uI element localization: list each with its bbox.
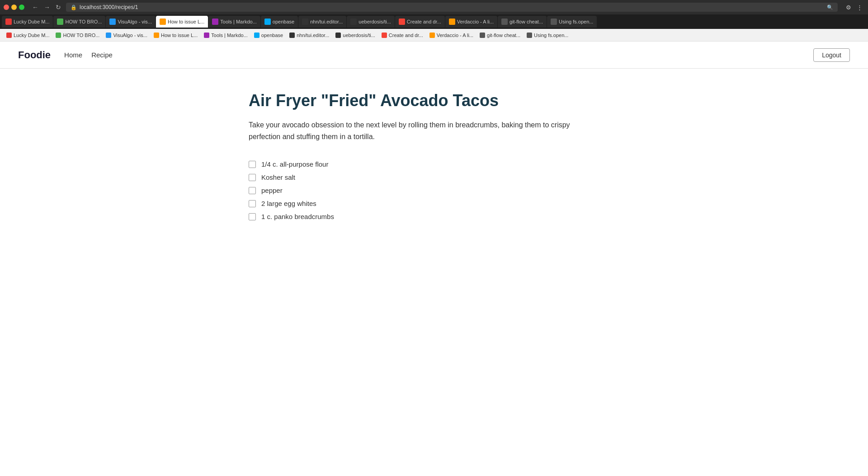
- bookmark-6[interactable]: openbase: [251, 32, 286, 39]
- forward-button[interactable]: →: [42, 3, 52, 12]
- ingredient-item-0: 1/4 c. all-purpose flour: [249, 160, 619, 168]
- ingredient-checkbox-0[interactable]: [249, 161, 256, 168]
- ingredient-checkbox-2[interactable]: [249, 187, 256, 194]
- bm-favicon-11: [480, 33, 485, 38]
- bm-label-7: nhn/tui.editor...: [297, 33, 329, 38]
- recipe-title: Air Fryer "Fried" Avocado Tacos: [249, 91, 619, 110]
- tab-favicon-10: [449, 19, 455, 25]
- lock-icon: 🔒: [71, 5, 77, 10]
- bm-label-6: openbase: [261, 33, 283, 38]
- tab-12[interactable]: Using fs.open...: [547, 16, 597, 28]
- back-button[interactable]: ←: [30, 3, 41, 12]
- title-bar: ← → ↻ 🔒 🔍 ⚙ ⋮: [0, 0, 868, 14]
- nav-link-home[interactable]: Home: [64, 51, 82, 59]
- bm-label-11: git-flow cheat...: [487, 33, 520, 38]
- tab-label-4: How to issue L...: [168, 19, 204, 24]
- tab-label-11: git-flow cheat...: [509, 19, 543, 24]
- ingredient-label-3: 2 large egg whites: [261, 200, 316, 207]
- nav-link-recipe[interactable]: Recipe: [91, 51, 113, 59]
- tab-label-6: openbase: [273, 19, 294, 24]
- bookmark-7[interactable]: nhn/tui.editor...: [287, 32, 332, 39]
- bookmark-8[interactable]: ueberdosis/ti...: [333, 32, 378, 39]
- tab-2[interactable]: HOW TO BRO...: [53, 16, 105, 28]
- ingredient-label-4: 1 c. panko breadcrumbs: [261, 213, 334, 220]
- ingredient-label-2: pepper: [261, 187, 283, 194]
- tab-favicon-6: [264, 19, 271, 25]
- bookmark-1[interactable]: Lucky Dube M...: [4, 32, 52, 39]
- bm-label-10: Verdaccio - A li...: [437, 33, 473, 38]
- tab-favicon-9: [399, 19, 405, 25]
- tab-favicon-5: [212, 19, 218, 25]
- ingredient-label-1: Kosher salt: [261, 173, 295, 181]
- bm-favicon-3: [106, 33, 111, 38]
- bookmark-11[interactable]: git-flow cheat...: [477, 32, 523, 39]
- bm-label-5: Tools | Markdo...: [211, 33, 248, 38]
- bookmark-4[interactable]: How to issue L...: [151, 32, 200, 39]
- bm-label-2: HOW TO BRO...: [63, 33, 99, 38]
- window-controls: [4, 5, 24, 10]
- bookmark-3[interactable]: VisuAlgo - vis...: [103, 32, 150, 39]
- tab-9[interactable]: Create and dr...: [395, 16, 445, 28]
- logout-button[interactable]: Logout: [813, 48, 850, 62]
- tab-label-3: VisuAlgo - vis...: [118, 19, 152, 24]
- main-content: Air Fryer "Fried" Avocado Tacos Take you…: [231, 69, 637, 243]
- address-bar-wrap[interactable]: 🔒 🔍: [66, 3, 838, 12]
- tab-3[interactable]: VisuAlgo - vis...: [106, 16, 156, 28]
- tab-8[interactable]: ueberdosis/ti...: [347, 16, 395, 28]
- ingredient-label-0: 1/4 c. all-purpose flour: [261, 160, 328, 168]
- bookmarks-bar: Lucky Dube M... HOW TO BRO... VisuAlgo -…: [0, 29, 868, 42]
- tab-label-8: ueberdosis/ti...: [359, 19, 391, 24]
- bm-favicon-12: [527, 33, 532, 38]
- browser-actions: ⚙ ⋮: [844, 3, 864, 12]
- bookmark-12[interactable]: Using fs.open...: [524, 32, 571, 39]
- menu-icon[interactable]: ⋮: [855, 3, 864, 12]
- extensions-icon[interactable]: ⚙: [844, 3, 853, 12]
- app-brand: Foodie: [18, 49, 51, 61]
- tab-label-5: Tools | Markdo...: [220, 19, 257, 24]
- bm-favicon-6: [254, 33, 259, 38]
- tab-label-12: Using fs.open...: [559, 19, 593, 24]
- bm-favicon-2: [56, 33, 61, 38]
- ingredient-checkbox-4[interactable]: [249, 213, 256, 220]
- bm-favicon-1: [6, 33, 12, 38]
- tab-5[interactable]: Tools | Markdo...: [208, 16, 260, 28]
- app-wrapper: Foodie Home Recipe Logout Air Fryer "Fri…: [0, 42, 868, 243]
- bm-label-1: Lucky Dube M...: [14, 33, 49, 38]
- bm-favicon-9: [382, 33, 387, 38]
- bookmark-9[interactable]: Create and dr...: [379, 32, 426, 39]
- tab-favicon-7: [302, 19, 308, 25]
- bookmark-10[interactable]: Verdaccio - A li...: [427, 32, 476, 39]
- tab-label-7: nhn/tui.editor...: [310, 19, 343, 24]
- tab-11[interactable]: git-flow cheat...: [498, 16, 547, 28]
- bookmark-5[interactable]: Tools | Markdo...: [201, 32, 250, 39]
- ingredients-list: 1/4 c. all-purpose flour Kosher salt pep…: [249, 160, 619, 220]
- tab-favicon-1: [5, 19, 12, 25]
- tab-label-2: HOW TO BRO...: [65, 19, 102, 24]
- bm-label-3: VisuAlgo - vis...: [113, 33, 147, 38]
- tab-7[interactable]: nhn/tui.editor...: [298, 16, 346, 28]
- app-nav-left: Foodie Home Recipe: [18, 49, 113, 61]
- bookmark-2[interactable]: HOW TO BRO...: [53, 32, 102, 39]
- ingredient-item-3: 2 large egg whites: [249, 200, 619, 207]
- maximize-button[interactable]: [19, 5, 24, 10]
- minimize-button[interactable]: [11, 5, 17, 10]
- ingredient-item-2: pepper: [249, 187, 619, 194]
- ingredient-checkbox-3[interactable]: [249, 200, 256, 207]
- bm-label-12: Using fs.open...: [534, 33, 568, 38]
- tab-favicon-2: [57, 19, 63, 25]
- tab-1[interactable]: Lucky Dube M...: [2, 16, 53, 28]
- ingredient-checkbox-1[interactable]: [249, 174, 256, 181]
- tab-6[interactable]: openbase: [261, 16, 298, 28]
- address-bar[interactable]: [80, 4, 824, 10]
- tab-10[interactable]: Verdaccio - A li...: [445, 16, 497, 28]
- bm-favicon-4: [154, 33, 159, 38]
- app-nav: Foodie Home Recipe Logout: [0, 42, 868, 69]
- search-icon: 🔍: [827, 5, 833, 10]
- tab-favicon-4: [160, 19, 166, 25]
- tab-4[interactable]: How to issue L...: [156, 16, 208, 28]
- tab-favicon-3: [109, 19, 116, 25]
- reload-button[interactable]: ↻: [53, 3, 63, 12]
- close-button[interactable]: [4, 5, 9, 10]
- nav-links: Home Recipe: [64, 51, 113, 59]
- tab-label-9: Create and dr...: [407, 19, 441, 24]
